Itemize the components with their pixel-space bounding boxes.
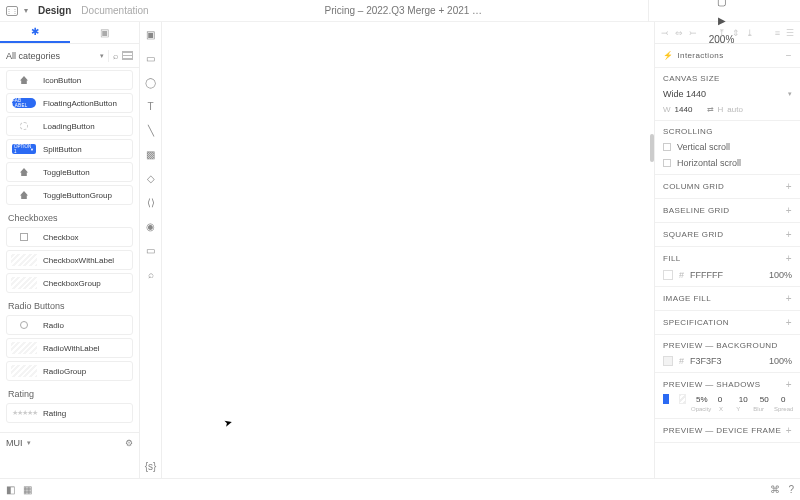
variable-tool-icon[interactable]: {s} [145, 460, 157, 472]
align-top-icon[interactable]: ⤒ [718, 28, 726, 38]
component-tool-icon[interactable]: ◇ [145, 172, 157, 184]
add-icon[interactable]: + [786, 205, 792, 216]
shadow-x[interactable]: 0 [718, 395, 729, 404]
device-icon[interactable]: ▢ [717, 0, 726, 7]
add-icon[interactable]: + [786, 379, 792, 390]
chevron-down-icon[interactable]: ▾ [788, 90, 792, 98]
components-tab[interactable]: ✱ [0, 22, 70, 43]
add-icon[interactable]: + [786, 425, 792, 436]
category-select[interactable]: All categories [6, 51, 96, 61]
component-item[interactable]: FAB LABELFloatingActionButton [6, 93, 133, 113]
scrollbar[interactable] [650, 134, 654, 162]
chevron-down-icon[interactable]: ▾ [24, 6, 28, 15]
frame-tool-icon[interactable]: ▣ [145, 28, 157, 40]
component-name: Radio [43, 321, 64, 330]
chevron-down-icon[interactable]: ▾ [100, 52, 104, 60]
gear-icon[interactable]: ⚙ [31, 438, 134, 448]
canvas-preset[interactable]: Wide 1440 [663, 89, 782, 99]
search-icon[interactable]: ⌕ [113, 51, 118, 61]
fill-hex[interactable]: FFFFFF [690, 270, 723, 280]
shadow-swatch[interactable] [679, 394, 686, 404]
component-item[interactable]: ToggleButtonGroup [6, 185, 133, 205]
ellipse-tool-icon[interactable]: ◯ [145, 76, 157, 88]
distribute-v-icon[interactable]: ☰ [786, 28, 794, 38]
shadow-y[interactable]: 10 [739, 395, 750, 404]
distribute-h-icon[interactable]: ≡ [775, 28, 780, 38]
horizontal-scroll-label: Horizontal scroll [677, 158, 741, 168]
align-center-icon[interactable]: ⇔ [675, 28, 683, 38]
component-name: ToggleButtonGroup [43, 191, 112, 200]
vertical-scroll-checkbox[interactable] [663, 143, 671, 151]
component-item[interactable]: CheckboxWithLabel [6, 250, 133, 270]
fill-opacity[interactable]: 100% [769, 270, 792, 280]
comment-tool-icon[interactable]: ▭ [145, 244, 157, 256]
line-tool-icon[interactable]: ╲ [145, 124, 157, 136]
preview-shadows-section: PREVIEW — SHADOWS+ 5% 0 10 50 0 Opacity … [655, 373, 800, 419]
height-input[interactable]: auto [727, 105, 755, 114]
code-tool-icon[interactable]: ⟨⟩ [145, 196, 157, 208]
section-title: CANVAS SIZE [663, 74, 720, 83]
align-bottom-icon[interactable]: ⤓ [746, 28, 754, 38]
component-item[interactable]: RadioWithLabel [6, 338, 133, 358]
component-item[interactable]: ToggleButton [6, 162, 133, 182]
scrolling-section: SCROLLING Vertical scroll Horizontal scr… [655, 121, 800, 175]
help-icon[interactable]: ? [788, 484, 794, 495]
component-item[interactable]: IconButton [6, 70, 133, 90]
component-thumb [11, 342, 37, 354]
cursor-icon: ➤ [223, 416, 234, 429]
component-item[interactable]: RadioGroup [6, 361, 133, 381]
component-item[interactable]: CheckboxGroup [6, 273, 133, 293]
add-icon[interactable]: + [786, 229, 792, 240]
add-icon[interactable]: + [786, 317, 792, 328]
text-tool-icon[interactable]: T [145, 100, 157, 112]
tab-design[interactable]: Design [38, 5, 71, 16]
component-item[interactable]: LoadingButton [6, 116, 133, 136]
align-left-icon[interactable]: ⤙ [661, 28, 669, 38]
menu-icon[interactable]: ⋮⋮ [6, 6, 18, 16]
component-name: LoadingButton [43, 122, 95, 131]
shadow-spread[interactable]: 0 [781, 395, 792, 404]
add-icon[interactable]: + [786, 253, 792, 264]
component-item[interactable]: OPTION 1SplitButton [6, 139, 133, 159]
section-title: COLUMN GRID [663, 182, 724, 191]
shadow-blur[interactable]: 50 [760, 395, 771, 404]
component-thumb [11, 231, 37, 243]
preview-bg-opacity[interactable]: 100% [769, 356, 792, 366]
width-label: W [663, 105, 671, 114]
canvas[interactable]: ➤ [162, 22, 654, 478]
horizontal-scroll-checkbox[interactable] [663, 159, 671, 167]
grid-view-icon[interactable]: ▦ [23, 484, 32, 495]
align-right-icon[interactable]: ⤚ [689, 28, 697, 38]
swap-icon[interactable]: ⇄ [707, 105, 714, 114]
add-icon[interactable]: − [786, 50, 792, 61]
tool-rail: ▣ ▭ ◯ T ╲ ▩ ◇ ⟨⟩ ◉ ▭ ⌕ {s} [140, 22, 162, 478]
add-icon[interactable]: + [786, 181, 792, 192]
shadow-enabled[interactable] [663, 394, 669, 404]
layers-view-icon[interactable]: ◧ [6, 484, 15, 495]
library-select[interactable]: MUI [6, 438, 23, 448]
hotspot-tool-icon[interactable]: ◉ [145, 220, 157, 232]
rectangle-tool-icon[interactable]: ▭ [145, 52, 157, 64]
group-title: Radio Buttons [8, 301, 133, 311]
right-panel: ⤙ ⇔ ⤚ ⤒ ⇕ ⤓ ≡ ☰ ⚡Interactions− CANVAS SI… [654, 22, 800, 478]
add-icon[interactable]: + [786, 293, 792, 304]
layers-tab[interactable]: ▣ [70, 22, 140, 43]
shadow-opacity[interactable]: 5% [696, 395, 708, 404]
fill-swatch[interactable] [663, 270, 673, 280]
component-item[interactable]: ★★★★★Rating [6, 403, 133, 423]
component-item[interactable]: Checkbox [6, 227, 133, 247]
search-tool-icon[interactable]: ⌕ [145, 268, 157, 280]
tab-documentation[interactable]: Documentation [81, 5, 148, 16]
component-item[interactable]: Radio [6, 315, 133, 335]
terminal-icon[interactable]: ⌘ [770, 484, 780, 495]
component-thumb [11, 120, 37, 132]
image-tool-icon[interactable]: ▩ [145, 148, 157, 160]
section-title: SCROLLING [663, 127, 713, 136]
preview-bg-swatch[interactable] [663, 356, 673, 366]
list-view-icon[interactable] [122, 51, 133, 60]
l-y: Y [736, 406, 743, 412]
align-middle-icon[interactable]: ⇕ [732, 28, 740, 38]
preview-bg-hex[interactable]: F3F3F3 [690, 356, 722, 366]
component-name: Rating [43, 409, 66, 418]
width-input[interactable]: 1440 [675, 105, 703, 114]
